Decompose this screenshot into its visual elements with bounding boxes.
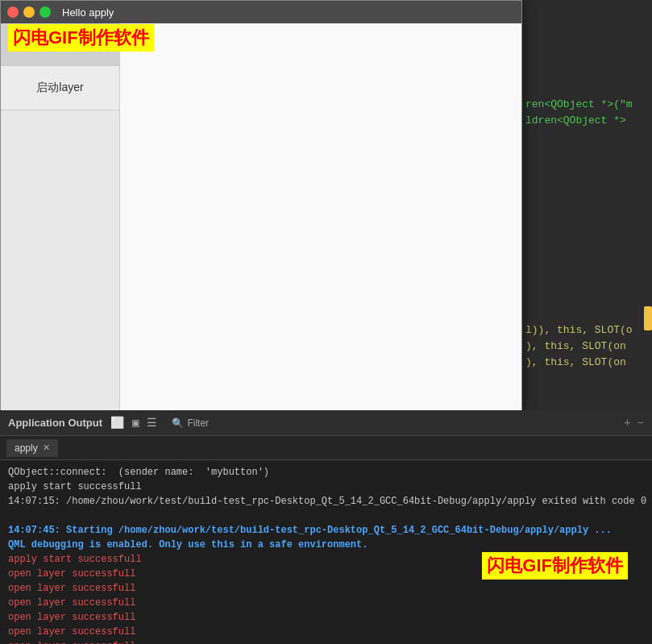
output-line: open layer successfull [8, 610, 644, 625]
output-line: open layer successfull [8, 625, 644, 639]
output-line-qml: QML debugging is enabled. Only use this … [8, 538, 644, 552]
maximize-button[interactable] [39, 6, 51, 18]
panel-right-icons: + − [624, 417, 644, 430]
close-button[interactable] [7, 6, 19, 18]
output-line-start: 14:07:45: Starting /home/zhou/work/test/… [8, 523, 644, 538]
filter-area: 🔍 Filter [172, 418, 209, 429]
code-editor-right: ren<QObject *>("m ldren<QObject *> l)), … [522, 0, 652, 411]
minimize-button[interactable] [23, 6, 35, 18]
output-line: open layer successfull [8, 581, 644, 596]
sidebar-item-start-layer[interactable]: 启动layer [1, 66, 119, 110]
code-line: ), this, SLOT(on [522, 339, 652, 355]
panel-title: Application Output [8, 417, 102, 429]
code-line: ldren<QObject *> [522, 113, 652, 129]
code-line: l)), this, SLOT(o [522, 322, 652, 339]
scrollbar-indicator [644, 306, 652, 330]
sidebar: apply- 启动layer [1, 23, 120, 410]
code-line: ren<QObject *>("m [522, 97, 652, 113]
tab-close-button[interactable]: ✕ [43, 442, 50, 453]
window-title: Hello apply [62, 6, 114, 19]
title-bar: Hello apply [1, 1, 521, 23]
app-window: Hello apply apply- 启动layer [0, 0, 522, 411]
panel-icon-dock[interactable]: ⬜ [110, 416, 124, 430]
main-area [120, 23, 521, 410]
panel-icon-menu[interactable]: ☰ [147, 416, 157, 430]
panel-header: Application Output ⬜ ▣ ☰ 🔍 Filter + − [0, 410, 652, 436]
output-line: open layer successfull [8, 639, 644, 644]
panel-tabs: apply ✕ [0, 436, 652, 460]
output-line: open layer successfull [8, 567, 644, 581]
collapse-icon[interactable]: − [637, 417, 644, 430]
sidebar-item-apply[interactable]: apply- [1, 23, 119, 66]
output-line: apply start successfull [8, 480, 644, 494]
output-line: open layer successfull [8, 596, 644, 610]
application-output-panel: Application Output ⬜ ▣ ☰ 🔍 Filter + − ap… [0, 410, 652, 644]
output-line: QObject::connect: (sender name: 'mybutto… [8, 465, 644, 480]
tab-apply[interactable]: apply ✕ [6, 439, 58, 457]
filter-label: Filter [187, 418, 209, 429]
expand-icon[interactable]: + [624, 417, 630, 430]
output-line: apply start successfull [8, 552, 644, 567]
output-line: 14:07:15: /home/zhou/work/test/build-tes… [8, 494, 644, 509]
app-content: apply- 启动layer [1, 23, 521, 410]
panel-icon-split[interactable]: ▣ [132, 416, 139, 430]
panel-output-content[interactable]: QObject::connect: (sender name: 'mybutto… [0, 460, 652, 644]
filter-icon: 🔍 [172, 418, 184, 429]
output-line [8, 509, 644, 523]
code-line: ), this, SLOT(on [522, 355, 652, 371]
tab-label: apply [15, 442, 38, 454]
